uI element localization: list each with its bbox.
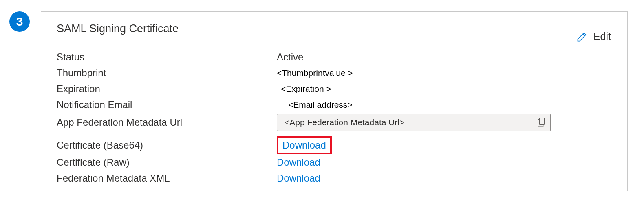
notification-email-value: <Email address> [277, 100, 353, 110]
status-label: Status [57, 51, 277, 63]
row-app-federation-url: App Federation Metadata Url <App Federat… [57, 113, 612, 132]
row-fed-xml: Federation Metadata XML Download [57, 170, 612, 186]
saml-signing-certificate-card: SAML Signing Certificate Edit Status Act… [41, 11, 628, 191]
svg-rect-0 [540, 118, 545, 125]
status-value: Active [277, 51, 303, 63]
fed-xml-label: Federation Metadata XML [57, 173, 277, 184]
cert-base64-download-link[interactable]: Download [277, 136, 332, 154]
copy-icon[interactable] [537, 117, 546, 128]
row-cert-raw: Certificate (Raw) Download [57, 154, 612, 170]
app-federation-url-label: App Federation Metadata Url [57, 117, 277, 128]
edit-button[interactable]: Edit [576, 31, 611, 42]
step-number-badge: 3 [9, 11, 30, 32]
notification-email-label: Notification Email [57, 99, 277, 111]
expiration-value: <Expiration > [277, 84, 331, 94]
pencil-icon [576, 31, 588, 42]
thumbprint-value: <Thumbprintvalue > [277, 68, 353, 78]
edit-button-label: Edit [593, 31, 611, 42]
row-status: Status Active [57, 49, 612, 65]
card-title: SAML Signing Certificate [57, 22, 612, 35]
row-expiration: Expiration <Expiration > [57, 81, 612, 97]
row-thumbprint: Thumbprint <Thumbprintvalue > [57, 65, 612, 81]
cert-raw-label: Certificate (Raw) [57, 157, 277, 168]
row-cert-base64: Certificate (Base64) Download [57, 136, 612, 154]
row-notification-email: Notification Email <Email address> [57, 97, 612, 113]
step-number: 3 [16, 15, 23, 29]
app-federation-url-value: <App FederationMetadata Url> [285, 118, 537, 127]
expiration-label: Expiration [57, 83, 277, 95]
cert-base64-label: Certificate (Base64) [57, 140, 277, 151]
thumbprint-label: Thumbprint [57, 67, 277, 79]
cert-raw-download-link[interactable]: Download [277, 157, 320, 168]
fed-xml-download-link[interactable]: Download [277, 173, 320, 184]
app-federation-url-field[interactable]: <App FederationMetadata Url> [277, 114, 551, 131]
